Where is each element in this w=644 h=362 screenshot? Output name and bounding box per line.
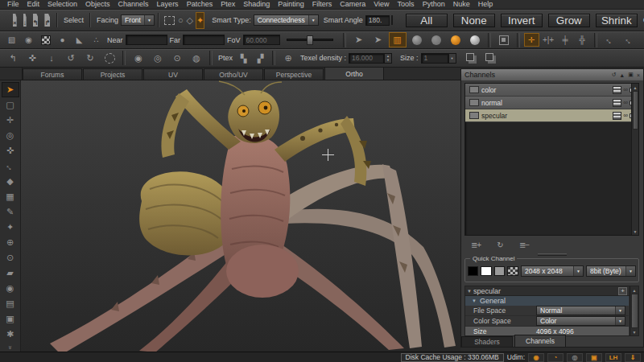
focus-ring-icon[interactable] bbox=[101, 51, 118, 66]
scroll-down-icon[interactable]: ▼ bbox=[632, 228, 639, 235]
mirror-xy-icon[interactable]: ╬ bbox=[575, 33, 590, 47]
select-tool[interactable]: ➤ bbox=[2, 82, 19, 97]
export-doc-icon[interactable]: ⇓ bbox=[625, 353, 641, 362]
toolbar-overflow-icon[interactable]: » bbox=[9, 343, 11, 351]
symmetry-arrow-icon[interactable]: ↔ bbox=[601, 32, 619, 47]
collapse-icon[interactable]: ▲ bbox=[619, 72, 625, 78]
pin-icon[interactable]: ▣ bbox=[628, 72, 634, 78]
select-shrink-button[interactable]: Shrink bbox=[596, 14, 638, 27]
shaded-display-icon[interactable]: ● bbox=[55, 33, 70, 47]
smart-angle-toggle[interactable] bbox=[391, 15, 393, 25]
visibility-object-icon[interactable]: ◎ bbox=[149, 51, 167, 66]
visibility-all-icon[interactable]: ◉ bbox=[130, 51, 147, 66]
dolly-view-icon[interactable]: ↓ bbox=[43, 51, 60, 66]
menu-item-tools[interactable]: Tools bbox=[394, 0, 419, 9]
menu-item-shading[interactable]: Shading bbox=[239, 0, 274, 9]
paint-pointer-spray-icon[interactable]: ➤ bbox=[369, 32, 387, 47]
tab-forums[interactable]: Forums bbox=[23, 68, 82, 80]
facing-dropdown[interactable]: Front ▼ bbox=[121, 14, 155, 26]
object-select-button[interactable]: ✦ bbox=[196, 12, 204, 29]
ptex-decrease-icon[interactable]: ▞ bbox=[253, 51, 268, 65]
layer-stack-icon[interactable] bbox=[613, 112, 621, 120]
gauge-icon[interactable]: ◔ bbox=[547, 353, 564, 362]
duplicate-patch-icon[interactable] bbox=[463, 51, 481, 66]
copy-paint-tool[interactable]: ▣ bbox=[2, 311, 19, 327]
layer-stack-icon[interactable] bbox=[613, 86, 621, 94]
tab-projects[interactable]: Projects bbox=[83, 68, 142, 80]
marquee-select-tool[interactable]: ▢ bbox=[2, 97, 19, 113]
tab-shaders[interactable]: Shaders bbox=[461, 336, 513, 347]
share-icon[interactable]: ∞ bbox=[623, 112, 628, 119]
menu-item-selection[interactable]: Selection bbox=[43, 0, 81, 9]
file-space-dropdown[interactable]: Normal ▼ bbox=[536, 306, 625, 315]
quick-gray-swatch[interactable] bbox=[494, 266, 505, 276]
orbit-view-icon[interactable]: ↻ bbox=[81, 51, 99, 66]
menu-item-python[interactable]: Python bbox=[419, 0, 449, 9]
paint-tool[interactable]: ◆ bbox=[2, 174, 19, 189]
smudge-tool[interactable]: ✎ bbox=[2, 204, 19, 220]
quick-resolution-dropdown[interactable]: 2048 x 2048 ▼ bbox=[521, 265, 584, 277]
scroll-up-icon[interactable]: ▲ bbox=[632, 84, 639, 91]
general-group-header[interactable]: ▼ General bbox=[465, 296, 629, 306]
sync-channel-button[interactable]: ↻ bbox=[490, 239, 510, 251]
fov-field[interactable] bbox=[243, 35, 280, 45]
open-project-icon[interactable]: ↓ bbox=[23, 14, 27, 27]
visibility-patch-icon[interactable]: ⊙ bbox=[168, 51, 186, 66]
tab-uv[interactable]: UV bbox=[143, 68, 203, 80]
smart-type-dropdown[interactable]: Connectedness ▼ bbox=[254, 14, 319, 26]
lasso-select-icon[interactable]: ○ bbox=[177, 13, 184, 28]
mirror-y-icon[interactable]: ╪ bbox=[558, 33, 573, 47]
quick-black-swatch[interactable] bbox=[468, 266, 478, 276]
tab-perspective[interactable]: Perspective bbox=[264, 68, 324, 80]
scroll-up-icon[interactable]: ▲ bbox=[631, 286, 638, 294]
menu-item-edit[interactable]: Edit bbox=[23, 0, 44, 9]
quick-white-swatch[interactable] bbox=[481, 266, 491, 276]
channel-row-color[interactable]: color ∞ bbox=[465, 84, 638, 97]
roll-view-icon[interactable]: ↺ bbox=[62, 51, 80, 66]
ptex-increase-icon[interactable]: ▚ bbox=[236, 51, 251, 65]
close-project-icon[interactable]: × bbox=[13, 14, 17, 27]
viewport-canvas[interactable] bbox=[21, 80, 460, 352]
near-field[interactable] bbox=[126, 35, 167, 45]
channel-list-scrollbar[interactable]: ▲ ▼ bbox=[631, 84, 638, 235]
channels-panel-header[interactable]: Channels ↺ ▲ ▣ × bbox=[461, 69, 643, 80]
tab-channels[interactable]: Channels bbox=[514, 335, 566, 347]
duplicate-patch-flip-icon[interactable] bbox=[482, 51, 500, 66]
menu-item-filters[interactable]: Filters bbox=[308, 0, 336, 9]
mirror-on-button[interactable]: ✛ bbox=[524, 33, 539, 47]
menu-item-nuke[interactable]: Nuke bbox=[449, 0, 474, 9]
layer-stack-icon[interactable] bbox=[613, 99, 621, 107]
pan-view-icon[interactable]: ✜ bbox=[23, 51, 41, 66]
add-paint-tool[interactable]: ⊕ bbox=[2, 235, 19, 250]
smart-angle-field[interactable] bbox=[365, 15, 390, 26]
sphere-specular-icon[interactable] bbox=[466, 32, 484, 47]
undo-view-icon[interactable]: ↰ bbox=[4, 51, 22, 66]
zoom-tool[interactable]: ◎ bbox=[2, 128, 19, 143]
blur-tool[interactable]: ⊙ bbox=[2, 250, 19, 265]
texel-density-field[interactable] bbox=[349, 53, 384, 64]
paint-buffer-frame-icon[interactable] bbox=[495, 32, 513, 47]
visibility-mask-icon[interactable]: ◍ bbox=[188, 51, 205, 66]
add-channel-button[interactable]: ≣+ bbox=[466, 239, 485, 251]
color-space-dropdown[interactable]: Color ▼ bbox=[536, 316, 625, 326]
scrollbar-thumb[interactable] bbox=[631, 294, 638, 328]
wireframe-cube-icon[interactable]: ▧ bbox=[4, 33, 19, 47]
menu-item-ptex[interactable]: Ptex bbox=[217, 0, 239, 9]
channel-row-normal[interactable]: normal ∞ bbox=[465, 97, 638, 109]
quick-checker-swatch[interactable] bbox=[507, 266, 518, 276]
select-grow-button[interactable]: Grow bbox=[548, 14, 590, 27]
record-icon[interactable]: ◎ bbox=[567, 353, 583, 362]
world-texel-icon[interactable]: ⊕ bbox=[279, 51, 297, 66]
sphere-matcap-icon[interactable] bbox=[408, 32, 426, 47]
channel-row-specular[interactable]: specular ∞ bbox=[465, 109, 638, 122]
eraser-tool[interactable]: ▰ bbox=[2, 265, 19, 281]
select-all-button[interactable]: All bbox=[406, 14, 448, 27]
checker-display-icon[interactable] bbox=[38, 33, 53, 47]
remove-channel-button[interactable]: ≣− bbox=[514, 239, 534, 251]
scrollbar-thumb[interactable] bbox=[633, 91, 638, 130]
pin-tool[interactable]: ✦ bbox=[2, 220, 19, 235]
menu-item-patches[interactable]: Patches bbox=[183, 0, 217, 9]
properties-scrollbar[interactable]: ▲ ▼ bbox=[630, 286, 638, 335]
mirror-x-icon[interactable]: +|+ bbox=[541, 33, 556, 47]
paint-pointer-icon[interactable]: ➤ bbox=[350, 32, 368, 47]
